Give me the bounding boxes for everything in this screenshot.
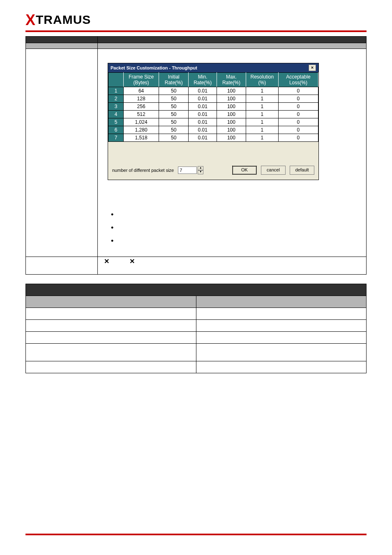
dialog-footer: number of different packet size ▲ ▼ OK c… xyxy=(108,142,318,180)
grid-header-acceptable-loss: Acceptable Loss(%) xyxy=(278,73,318,87)
cell-resolution[interactable]: 1 xyxy=(246,87,278,95)
cell-max-rate[interactable]: 100 xyxy=(217,111,246,118)
packet-size-dialog: Packet Size Customization - Throughput ×… xyxy=(108,63,319,180)
brand-logo: XTRAMUS xyxy=(25,13,91,26)
table-row[interactable]: 4512500.0110010 xyxy=(108,111,318,118)
grid-header-resolution: Resolution (%) xyxy=(246,73,278,87)
x-mark: ✕ xyxy=(98,258,109,265)
cell-frame-size[interactable]: 1,024 xyxy=(124,118,159,126)
row-number: 6 xyxy=(108,126,124,134)
dialog-title-text: Packet Size Customization - Throughput xyxy=(111,65,197,70)
cell-resolution[interactable]: 1 xyxy=(246,111,278,118)
x-mark: ✕ xyxy=(111,258,135,265)
grid-header-blank xyxy=(108,73,124,87)
cell-resolution[interactable]: 1 xyxy=(246,126,278,134)
cell-initial-rate[interactable]: 50 xyxy=(159,118,189,126)
table-row[interactable]: 2128500.0110010 xyxy=(108,95,318,103)
cell-frame-size[interactable]: 256 xyxy=(124,103,159,111)
cell-initial-rate[interactable]: 50 xyxy=(159,111,189,118)
cell-min-rate[interactable]: 0.01 xyxy=(189,87,217,95)
row-number: 3 xyxy=(108,103,124,111)
cell-resolution[interactable]: 1 xyxy=(246,103,278,111)
ok-button[interactable]: OK xyxy=(232,166,257,175)
cell-resolution[interactable]: 1 xyxy=(246,118,278,126)
cell-initial-rate[interactable]: 50 xyxy=(159,134,189,142)
cell-acceptable-loss[interactable]: 0 xyxy=(278,103,318,111)
cell-frame-size[interactable]: 512 xyxy=(124,111,159,118)
spin-label: number of different packet size xyxy=(112,168,174,173)
cancel-button[interactable]: cancel xyxy=(261,166,286,175)
cell-max-rate[interactable]: 100 xyxy=(217,95,246,103)
cell-frame-size[interactable]: 128 xyxy=(124,95,159,103)
dialog-titlebar[interactable]: Packet Size Customization - Throughput × xyxy=(108,63,318,72)
cell-min-rate[interactable]: 0.01 xyxy=(189,118,217,126)
brand-x: X xyxy=(25,12,36,28)
cell-min-rate[interactable]: 0.01 xyxy=(189,103,217,111)
cell-initial-rate[interactable]: 50 xyxy=(159,103,189,111)
table-row[interactable]: 71,518500.0110010 xyxy=(108,134,318,142)
cell-initial-rate[interactable]: 50 xyxy=(159,95,189,103)
table-row[interactable]: 164500.0110010 xyxy=(108,87,318,95)
row-number: 7 xyxy=(108,134,124,142)
row-number: 2 xyxy=(108,95,124,103)
footer-red-rule xyxy=(25,534,367,535)
packet-size-grid: Frame Size (Bytes) Initial Rate(%) Min. … xyxy=(108,72,318,142)
bullet-item: • xyxy=(104,234,360,247)
cell-min-rate[interactable]: 0.01 xyxy=(189,134,217,142)
bullet-item: • xyxy=(104,221,360,234)
cell-max-rate[interactable]: 100 xyxy=(217,134,246,142)
spinner-buttons[interactable]: ▲ ▼ xyxy=(198,166,203,174)
grid-header-frame-size: Frame Size (Bytes) xyxy=(124,73,159,87)
cell-resolution[interactable]: 1 xyxy=(246,134,278,142)
cell-acceptable-loss[interactable]: 0 xyxy=(278,111,318,118)
row-number: 1 xyxy=(108,87,124,95)
cell-max-rate[interactable]: 100 xyxy=(217,118,246,126)
info-table-top: Packet Size Customization - Throughput ×… xyxy=(25,36,367,275)
row-number: 4 xyxy=(108,111,124,118)
cell-min-rate[interactable]: 0.01 xyxy=(189,95,217,103)
table-row[interactable]: 3256500.0110010 xyxy=(108,103,318,111)
cell-max-rate[interactable]: 100 xyxy=(217,87,246,95)
cell-acceptable-loss[interactable]: 0 xyxy=(278,126,318,134)
cell-acceptable-loss[interactable]: 0 xyxy=(278,87,318,95)
table-row[interactable]: 51,024500.0110010 xyxy=(108,118,318,126)
spin-up-icon[interactable]: ▲ xyxy=(198,166,203,170)
brand-rest: TRAMUS xyxy=(36,13,91,26)
header-red-rule xyxy=(25,30,367,32)
packet-count-input[interactable] xyxy=(178,166,197,174)
default-button[interactable]: default xyxy=(290,166,314,175)
grid-header-min-rate: Min. Rate(%) xyxy=(189,73,217,87)
cell-frame-size[interactable]: 64 xyxy=(124,87,159,95)
info-table-bottom xyxy=(25,284,367,373)
grid-header-initial-rate: Initial Rate(%) xyxy=(159,73,189,87)
cell-acceptable-loss[interactable]: 0 xyxy=(278,118,318,126)
cell-acceptable-loss[interactable]: 0 xyxy=(278,134,318,142)
cell-resolution[interactable]: 1 xyxy=(246,95,278,103)
row-number: 5 xyxy=(108,118,124,126)
cell-initial-rate[interactable]: 50 xyxy=(159,126,189,134)
cell-min-rate[interactable]: 0.01 xyxy=(189,111,217,118)
cell-max-rate[interactable]: 100 xyxy=(217,103,246,111)
grid-header-max-rate: Max. Rate(%) xyxy=(217,73,246,87)
table-row[interactable]: 61,280500.0110010 xyxy=(108,126,318,134)
bullet-list: • • • xyxy=(104,180,360,252)
spin-down-icon[interactable]: ▼ xyxy=(198,170,203,174)
close-icon[interactable]: × xyxy=(309,65,316,71)
brand-header: XTRAMUS xyxy=(0,0,392,30)
cell-frame-size[interactable]: 1,280 xyxy=(124,126,159,134)
cell-min-rate[interactable]: 0.01 xyxy=(189,126,217,134)
bullet-item: • xyxy=(104,208,360,221)
cell-initial-rate[interactable]: 50 xyxy=(159,87,189,95)
grid-header-row: Frame Size (Bytes) Initial Rate(%) Min. … xyxy=(108,73,318,87)
cell-frame-size[interactable]: 1,518 xyxy=(124,134,159,142)
cell-max-rate[interactable]: 100 xyxy=(217,126,246,134)
cell-acceptable-loss[interactable]: 0 xyxy=(278,95,318,103)
